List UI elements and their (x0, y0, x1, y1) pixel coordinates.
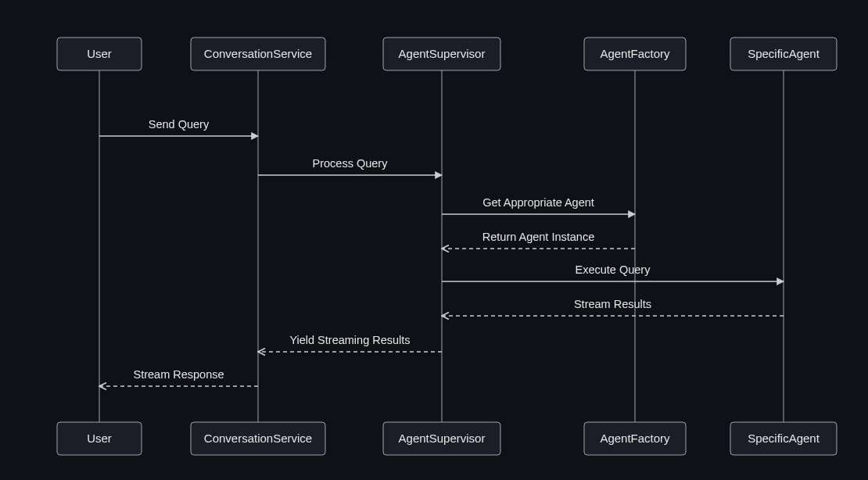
message-label: Execute Query (576, 263, 651, 276)
message-3: Return Agent Instance (442, 231, 635, 249)
message-label: Return Agent Instance (482, 231, 595, 243)
actor-conv: ConversationService (191, 38, 325, 70)
actor-label: AgentSupervisor (399, 47, 486, 60)
message-5: Stream Results (442, 298, 784, 316)
actor-agent: SpecificAgent (730, 422, 837, 455)
actor-factory: AgentFactory (584, 38, 686, 70)
message-7: Stream Response (99, 368, 258, 386)
sequence-diagram: Send QueryProcess QueryGet Appropriate A… (0, 0, 868, 480)
message-4: Execute Query (442, 263, 784, 281)
message-0: Send Query (99, 118, 258, 136)
actor-label: ConversationService (204, 47, 312, 60)
message-label: Send Query (149, 118, 210, 131)
message-label: Stream Results (574, 298, 651, 310)
message-1: Process Query (258, 157, 442, 175)
actor-label: SpecificAgent (748, 432, 820, 445)
message-2: Get Appropriate Agent (442, 196, 635, 214)
actor-label: User (87, 47, 112, 60)
message-label: Stream Response (133, 368, 224, 381)
actor-supervisor: AgentSupervisor (383, 422, 500, 455)
actor-label: User (87, 432, 112, 445)
actor-label: AgentSupervisor (399, 432, 486, 445)
message-6: Yield Streaming Results (258, 334, 442, 352)
actor-supervisor: AgentSupervisor (383, 38, 500, 70)
message-label: Process Query (313, 157, 389, 170)
actor-factory: AgentFactory (584, 422, 686, 455)
actor-label: AgentFactory (600, 47, 670, 60)
actor-agent: SpecificAgent (730, 38, 837, 70)
actor-user: User (57, 38, 142, 70)
actor-user: User (57, 422, 142, 455)
message-label: Get Appropriate Agent (482, 196, 594, 209)
actor-label: ConversationService (204, 432, 312, 445)
message-label: Yield Streaming Results (289, 334, 410, 346)
actor-conv: ConversationService (191, 422, 325, 455)
actor-label: SpecificAgent (748, 47, 820, 60)
actor-label: AgentFactory (600, 432, 670, 445)
